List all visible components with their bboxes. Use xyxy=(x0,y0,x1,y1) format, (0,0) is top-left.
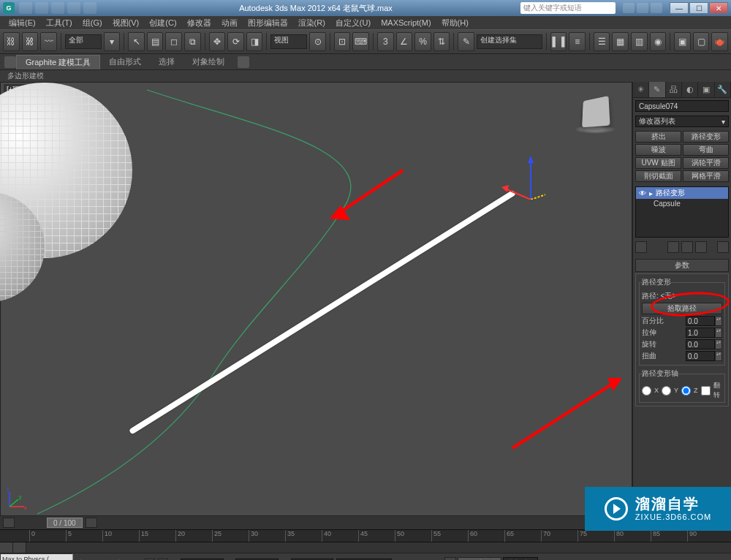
configure-sets-icon[interactable] xyxy=(717,241,729,253)
axis-y-radio[interactable] xyxy=(662,386,671,396)
pivot-icon[interactable]: ⊙ xyxy=(309,32,326,51)
select-region-icon[interactable]: ◻ xyxy=(165,32,182,51)
render-frame-icon[interactable]: ▢ xyxy=(693,32,710,51)
ribbon-panel-label[interactable]: 多边形建模 xyxy=(0,70,731,82)
stretch-spinner[interactable]: ▴▾ xyxy=(715,328,722,338)
qat-redo-icon[interactable] xyxy=(83,2,96,14)
mirror-icon[interactable]: ▌▐ xyxy=(550,32,567,51)
percent-snap-icon[interactable]: % xyxy=(414,32,431,51)
timeslider-prev-icon[interactable] xyxy=(3,518,15,528)
move-icon[interactable]: ✥ xyxy=(209,32,226,51)
time-slider-handle[interactable]: 0 / 100 xyxy=(47,518,83,528)
preset-noise[interactable]: 噪波 xyxy=(635,144,681,156)
link-icon[interactable]: ⛓ xyxy=(3,32,20,51)
preset-uvwmap[interactable]: UVW 贴图 xyxy=(635,157,681,169)
trackbar-filter-icon[interactable] xyxy=(13,542,26,553)
menu-tools[interactable]: 工具(T) xyxy=(42,18,77,29)
rotate-icon[interactable]: ⟳ xyxy=(227,32,244,51)
menu-customize[interactable]: 自定义(U) xyxy=(331,18,375,29)
rollout-header-params[interactable]: 参数 xyxy=(635,259,729,272)
ribbon-tab-graphite[interactable]: Graphite 建模工具 xyxy=(16,55,100,69)
snap-icon[interactable]: 3 xyxy=(377,32,394,51)
close-button[interactable]: ✕ xyxy=(709,2,728,14)
ribbon-expand-icon[interactable] xyxy=(4,56,16,68)
schematic-icon[interactable]: ▥ xyxy=(631,32,648,51)
window-crossing-icon[interactable]: ⧉ xyxy=(184,32,201,51)
ribbon-tab-objectpaint[interactable]: 对象绘制 xyxy=(183,55,233,69)
spinner-snap-icon[interactable]: ⇅ xyxy=(433,32,450,51)
menu-help[interactable]: 帮助(H) xyxy=(437,18,473,29)
qat-save-icon[interactable] xyxy=(51,2,64,14)
viewcube[interactable] xyxy=(582,96,610,127)
pin-stack-icon[interactable] xyxy=(635,241,647,253)
qat-open-icon[interactable] xyxy=(35,2,48,14)
qat-new-icon[interactable] xyxy=(19,2,32,14)
manip-icon[interactable]: ⊡ xyxy=(334,32,351,51)
eye-icon[interactable]: 👁 xyxy=(639,189,646,197)
minimize-button[interactable]: — xyxy=(670,2,689,14)
scale-icon[interactable]: ◨ xyxy=(246,32,263,51)
axis-x-radio[interactable] xyxy=(642,386,651,396)
menu-create[interactable]: 创建(C) xyxy=(145,18,181,29)
modifier-list-select[interactable]: 修改器列表▾ xyxy=(635,116,729,127)
key-mode-icon[interactable] xyxy=(444,557,456,561)
selection-scope-select[interactable]: 全部 xyxy=(65,34,102,49)
menu-rendering[interactable]: 渲染(R) xyxy=(294,18,330,29)
flip-checkbox[interactable] xyxy=(701,386,711,396)
tab-utilities-icon[interactable]: 🔧 xyxy=(715,82,731,97)
ribbon-tab-freeform[interactable]: 自由形式 xyxy=(100,55,150,69)
modifier-stack[interactable]: 👁▸路径变形 Capsule xyxy=(635,186,729,238)
ribbon-tab-selection[interactable]: 选择 xyxy=(150,55,183,69)
preset-meshsmooth[interactable]: 网格平滑 xyxy=(683,170,729,182)
make-unique-icon[interactable] xyxy=(681,241,693,253)
twist-input[interactable] xyxy=(686,351,715,361)
time-ruler[interactable]: 0 5 10 15 20 25 30 35 40 45 50 55 60 65 … xyxy=(0,529,731,542)
menu-view[interactable]: 视图(V) xyxy=(108,18,144,29)
curve-editor-icon[interactable]: ▦ xyxy=(612,32,629,51)
pick-path-button[interactable]: 拾取路径 xyxy=(642,303,722,314)
tab-modify-icon[interactable]: ✎ xyxy=(649,82,665,97)
search-input[interactable]: 键入关键字或短语 xyxy=(520,2,616,14)
select-icon[interactable]: ↖ xyxy=(128,32,145,51)
tab-create-icon[interactable]: ✳ xyxy=(633,82,649,97)
layer-icon[interactable]: ☰ xyxy=(594,32,610,51)
editnamedsel-icon[interactable]: ✎ xyxy=(458,32,474,51)
menu-edit[interactable]: 编辑(E) xyxy=(4,18,40,29)
menu-grapheditors[interactable]: 图形编辑器 xyxy=(243,18,292,29)
preset-extrude[interactable]: 挤出 xyxy=(635,131,681,143)
menu-group[interactable]: 组(G) xyxy=(78,18,107,29)
material-editor-icon[interactable]: ◉ xyxy=(650,32,667,51)
ribbon-help-icon[interactable] xyxy=(238,56,249,68)
preset-slice[interactable]: 剖切截面 xyxy=(635,170,681,182)
show-endresult-icon[interactable] xyxy=(667,241,679,253)
render-icon[interactable]: 🫖 xyxy=(711,32,728,51)
tab-motion-icon[interactable]: ◐ xyxy=(682,82,698,97)
stretch-input[interactable] xyxy=(686,328,715,338)
tab-hierarchy-icon[interactable]: 品 xyxy=(666,82,682,97)
maximize-button[interactable]: ☐ xyxy=(689,2,708,14)
rotate-input[interactable] xyxy=(686,339,715,349)
percent-spinner[interactable]: ▴▾ xyxy=(715,316,722,326)
menu-maxscript[interactable]: MAXScript(M) xyxy=(376,18,435,27)
filter-icon[interactable]: ▾ xyxy=(104,32,121,51)
tab-display-icon[interactable]: ▣ xyxy=(698,82,714,97)
expand-icon[interactable]: ▸ xyxy=(649,189,653,197)
render-setup-icon[interactable]: ▣ xyxy=(674,32,691,51)
angle-snap-icon[interactable]: ∠ xyxy=(396,32,413,51)
keyboard-icon[interactable]: ⌨ xyxy=(352,32,369,51)
preset-pathdeform[interactable]: 路径变形 xyxy=(683,131,729,143)
menu-animation[interactable]: 动画 xyxy=(217,18,242,29)
timeslider-next-icon[interactable] xyxy=(86,518,97,528)
rotate-spinner[interactable]: ▴▾ xyxy=(715,339,722,349)
help-icon[interactable] xyxy=(651,3,662,13)
track-bar[interactable] xyxy=(0,542,731,553)
named-selection-select[interactable]: 创建选择集 xyxy=(477,34,542,49)
auto-key-button[interactable]: 自动关键点 xyxy=(458,557,501,561)
axis-z-radio[interactable] xyxy=(681,386,691,396)
bind-spacewarp-icon[interactable]: 〰 xyxy=(40,32,57,51)
app-icon[interactable]: G xyxy=(3,2,15,14)
viewport[interactable]: [+][透视][线框] z x y xyxy=(0,82,632,516)
remove-mod-icon[interactable] xyxy=(695,241,707,253)
script-listener[interactable]: Max to Physcs ( xyxy=(0,553,73,560)
preset-bend[interactable]: 弯曲 xyxy=(683,144,729,156)
